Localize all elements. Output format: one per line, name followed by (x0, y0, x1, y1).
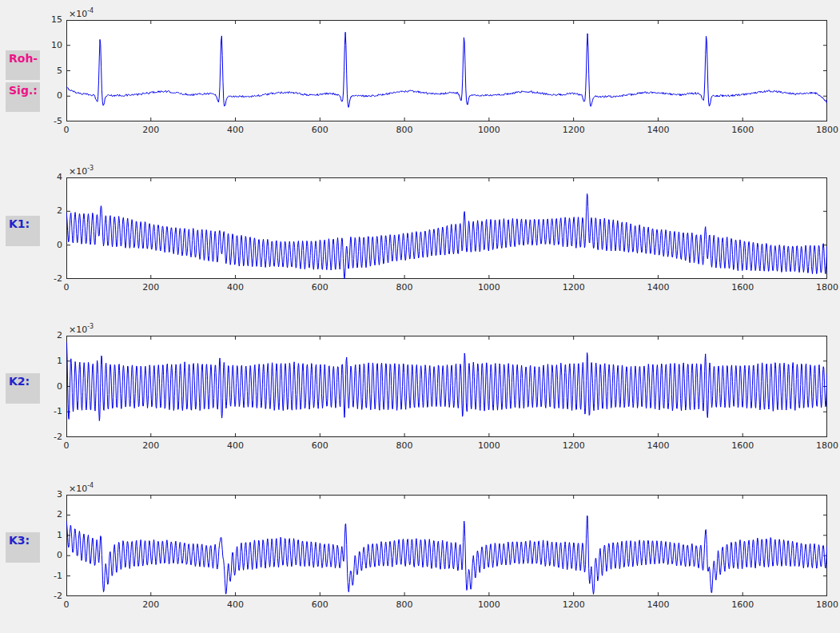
x-tick-label: 1600 (723, 282, 762, 293)
axis-scale-label: ×10-3 (69, 165, 94, 177)
subplot-k3: 020040060080010001200140016001800-2-1012… (0, 475, 840, 615)
axis-scale-label: ×10-4 (69, 7, 94, 19)
x-tick-label: 1400 (638, 125, 678, 135)
k3-plot-area (66, 495, 827, 596)
axis-scale-label: ×10-4 (69, 482, 94, 494)
x-tick-label: 1200 (554, 599, 594, 610)
roh-sig-plot-area (66, 20, 827, 121)
x-tick-label: 200 (131, 440, 171, 451)
y-tick-label: 4 (35, 172, 62, 182)
x-tick-label: 600 (300, 282, 340, 293)
x-tick-label: 1400 (638, 440, 678, 451)
y-tick-label: 1 (35, 530, 62, 540)
k2-plot-area (66, 336, 827, 437)
y-tick-label: 0 (35, 240, 62, 250)
x-tick-label: 1200 (554, 440, 594, 451)
x-tick-label: 1800 (807, 599, 840, 610)
x-tick-label: 200 (131, 282, 171, 293)
x-tick-label: 400 (216, 599, 256, 610)
x-tick-label: 1200 (554, 282, 594, 293)
x-tick-label: 1800 (807, 282, 840, 293)
x-tick-label: 1000 (469, 599, 509, 610)
subplot-roh-sig: 020040060080010001200140016001800-505101… (0, 0, 840, 136)
figure-canvas: Roh- Sig.: K1: K2: K3: 02004006008001000… (0, 0, 840, 633)
x-tick-label: 1400 (638, 282, 678, 293)
x-tick-label: 800 (384, 282, 424, 293)
x-tick-label: 1800 (807, 125, 840, 135)
x-tick-label: 1000 (469, 282, 509, 293)
x-tick-label: 1800 (807, 440, 840, 451)
y-tick-label: 2 (35, 509, 62, 520)
y-tick-label: 2 (35, 330, 62, 340)
x-tick-label: 400 (216, 125, 256, 135)
axis-scale-label: ×10-3 (69, 323, 94, 335)
y-tick-label: -5 (35, 116, 62, 126)
y-tick-label: 3 (35, 489, 62, 500)
x-tick-label: 200 (131, 125, 171, 135)
y-tick-label: 15 (35, 14, 62, 25)
y-tick-label: 0 (35, 381, 62, 392)
x-tick-label: 1600 (723, 440, 762, 451)
y-tick-label: -2 (35, 273, 62, 284)
y-tick-label: 2 (35, 205, 62, 216)
x-tick-label: 200 (131, 599, 171, 610)
y-tick-label: -1 (35, 571, 62, 581)
x-tick-label: 400 (216, 282, 256, 293)
x-tick-label: 800 (384, 125, 424, 135)
y-tick-label: -2 (35, 432, 62, 442)
subplot-k1: 020040060080010001200140016001800-2024×1… (0, 157, 840, 293)
subplot-k2: 020040060080010001200140016001800-2-1012… (0, 316, 840, 452)
x-tick-label: 1600 (723, 125, 762, 135)
y-tick-label: 10 (35, 40, 62, 50)
x-tick-label: 1000 (469, 440, 509, 451)
x-tick-label: 600 (300, 599, 340, 610)
y-tick-label: 0 (35, 90, 62, 101)
y-tick-label: 0 (35, 550, 62, 560)
x-tick-label: 400 (216, 440, 256, 451)
x-tick-label: 800 (384, 599, 424, 610)
x-tick-label: 1600 (723, 599, 762, 610)
y-tick-label: -1 (35, 406, 62, 416)
k1-plot-area (66, 177, 827, 279)
x-tick-label: 800 (384, 440, 424, 451)
x-tick-label: 1000 (469, 125, 509, 135)
x-tick-label: 1400 (638, 599, 678, 610)
x-tick-label: 1200 (554, 125, 594, 135)
y-tick-label: -2 (35, 591, 62, 601)
x-tick-label: 600 (300, 440, 340, 451)
x-tick-label: 600 (300, 125, 340, 135)
y-tick-label: 5 (35, 66, 62, 76)
y-tick-label: 1 (35, 356, 62, 366)
